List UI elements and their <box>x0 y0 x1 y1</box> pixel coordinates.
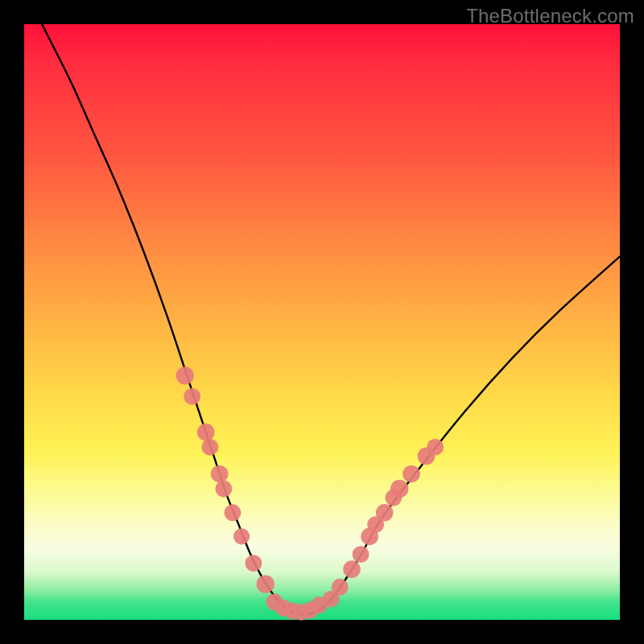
highlight-dot <box>184 388 200 405</box>
highlight-dot <box>211 465 229 483</box>
bottleneck-curve <box>24 0 620 615</box>
highlight-dot <box>225 504 242 521</box>
highlight-dot <box>427 439 444 456</box>
highlight-dot <box>402 465 420 483</box>
highlight-dot <box>245 555 262 572</box>
highlight-dot <box>215 481 232 497</box>
highlight-dots-group <box>176 366 444 620</box>
highlight-dot <box>233 528 250 544</box>
chart-frame: TheBottleneck.com <box>0 0 644 644</box>
highlight-dot <box>332 579 349 596</box>
chart-svg <box>24 24 620 620</box>
highlight-dot <box>257 575 275 592</box>
highlight-dot <box>376 504 394 522</box>
highlight-dot <box>176 366 194 384</box>
highlight-dot <box>343 560 361 578</box>
highlight-dot <box>201 439 218 456</box>
highlight-dot <box>197 423 215 441</box>
plot-area <box>24 24 620 620</box>
highlight-dot <box>353 546 369 563</box>
highlight-dot <box>390 480 408 497</box>
